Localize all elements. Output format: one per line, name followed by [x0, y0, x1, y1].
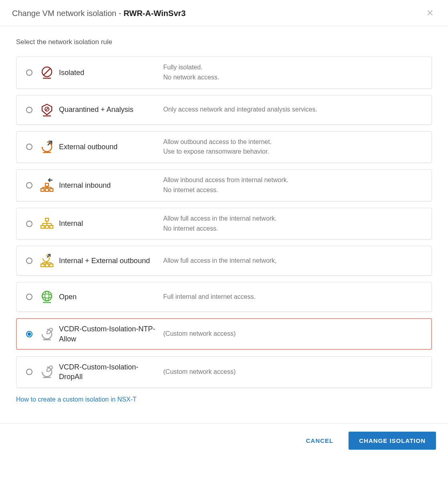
option-internal[interactable]: InternalAllow full access in the interna… — [16, 208, 432, 240]
option-label: Internal inbound — [59, 181, 159, 190]
cancel-button[interactable]: CANCEL — [303, 432, 337, 450]
internal-icon — [35, 217, 59, 231]
option-label: VCDR-Custom-Isolation-DropAll — [59, 362, 159, 382]
option-description: Only access network and integrated analy… — [163, 105, 424, 115]
option-description: Full internal and internet access. — [163, 292, 424, 302]
option-label: Quarantined + Analysis — [59, 105, 159, 114]
radio-button[interactable] — [26, 369, 32, 375]
option-custom-dropall[interactable]: VCDR-Custom-Isolation-DropAll(Custom net… — [16, 356, 432, 388]
svg-rect-20 — [50, 225, 53, 228]
option-label-col: Internal — [59, 219, 163, 228]
custom-icon — [35, 327, 59, 341]
option-description: (Custom network access) — [163, 329, 424, 339]
internal-external-outbound-icon — [35, 254, 59, 268]
option-description: Allow outbound access to the internet.Us… — [163, 137, 424, 157]
option-label-col: Internal + External outbound — [59, 256, 163, 266]
svg-rect-18 — [41, 225, 44, 228]
radio-col — [24, 182, 35, 189]
option-description: Allow inbound access from internal netwo… — [163, 175, 424, 195]
svg-line-32 — [47, 254, 50, 258]
svg-rect-12 — [50, 189, 53, 191]
radio-button[interactable] — [26, 331, 32, 337]
radio-col — [24, 369, 35, 375]
radio-col — [24, 144, 35, 150]
title-prefix: Change VM network isolation - — [12, 9, 124, 18]
radio-button[interactable] — [26, 144, 32, 150]
svg-rect-9 — [45, 183, 49, 186]
open-icon — [35, 290, 59, 304]
radio-button[interactable] — [26, 69, 32, 76]
option-label: Internal + External outbound — [59, 256, 159, 266]
prompt-text: Select the network isolation rule — [16, 38, 432, 46]
option-label-col: VCDR-Custom-Isolation-DropAll — [59, 362, 163, 382]
change-isolation-button[interactable]: CHANGE ISOLATION — [349, 432, 436, 450]
dialog-footer: CANCEL CHANGE ISOLATION — [0, 423, 448, 458]
radio-col — [24, 107, 35, 113]
options-list: IsolatedFully isolated.No network access… — [16, 57, 432, 388]
radio-button[interactable] — [26, 258, 32, 264]
radio-col — [24, 331, 35, 337]
option-label-col: Open — [59, 292, 163, 302]
custom-icon — [35, 365, 59, 379]
option-internal-external-outbound[interactable]: Internal + External outboundAllow full a… — [16, 246, 432, 276]
option-description: Fully isolated.No network access. — [163, 63, 424, 83]
quarantined-icon — [35, 103, 59, 117]
option-label: VCDR-Custom-Isolation-NTP-Allow — [59, 324, 159, 344]
dialog-title: Change VM network isolation - RWR-A-WinS… — [12, 9, 186, 18]
option-label: Internal — [59, 219, 159, 228]
option-label-col: VCDR-Custom-Isolation-NTP-Allow — [59, 324, 163, 344]
option-label-col: External outbound — [59, 142, 163, 152]
dialog-body: Select the network isolation rule Isolat… — [0, 26, 448, 407]
radio-button[interactable] — [26, 182, 32, 189]
svg-rect-19 — [45, 225, 49, 228]
option-description: Allow full access in the internal networ… — [163, 214, 424, 234]
option-external-outbound[interactable]: External outboundAllow outbound access t… — [16, 131, 432, 163]
radio-button[interactable] — [26, 221, 32, 227]
option-label-col: Internal inbound — [59, 181, 163, 190]
svg-rect-10 — [41, 189, 44, 191]
svg-point-33 — [42, 291, 52, 301]
option-label-col: Quarantined + Analysis — [59, 105, 163, 114]
option-custom-ntp-allow[interactable]: VCDR-Custom-Isolation-NTP-Allow(Custom n… — [16, 318, 432, 350]
radio-col — [24, 69, 35, 76]
option-label: External outbound — [59, 142, 159, 152]
internal-inbound-icon — [35, 178, 59, 193]
svg-point-35 — [45, 291, 49, 301]
svg-point-34 — [42, 294, 52, 298]
option-label: Open — [59, 292, 159, 302]
radio-col — [24, 258, 35, 264]
svg-rect-11 — [45, 189, 49, 191]
help-link[interactable]: How to create a custom isolation in NSX-… — [16, 396, 137, 403]
option-quarantined[interactable]: Quarantined + AnalysisOnly access networ… — [16, 95, 432, 125]
radio-col — [24, 221, 35, 227]
option-internal-inbound[interactable]: Internal inboundAllow inbound access fro… — [16, 169, 432, 201]
svg-line-1 — [43, 68, 51, 75]
radio-col — [24, 294, 35, 300]
option-description: (Custom network access) — [163, 367, 424, 377]
svg-rect-26 — [45, 264, 49, 267]
svg-rect-25 — [41, 264, 44, 267]
isolated-icon — [35, 65, 59, 80]
external-outbound-icon — [35, 140, 59, 154]
radio-button[interactable] — [26, 294, 32, 300]
close-icon[interactable]: ✕ — [424, 7, 436, 19]
option-isolated[interactable]: IsolatedFully isolated.No network access… — [16, 57, 432, 89]
svg-rect-17 — [45, 218, 49, 221]
option-label-col: Isolated — [59, 68, 163, 77]
radio-button[interactable] — [26, 107, 32, 113]
dialog-header: Change VM network isolation - RWR-A-WinS… — [0, 0, 448, 26]
vm-name: RWR-A-WinSvr3 — [124, 9, 186, 18]
option-label: Isolated — [59, 68, 159, 77]
svg-rect-27 — [50, 264, 53, 267]
option-open[interactable]: OpenFull internal and internet access. — [16, 282, 432, 312]
option-description: Allow full access in the internal networ… — [163, 256, 424, 266]
